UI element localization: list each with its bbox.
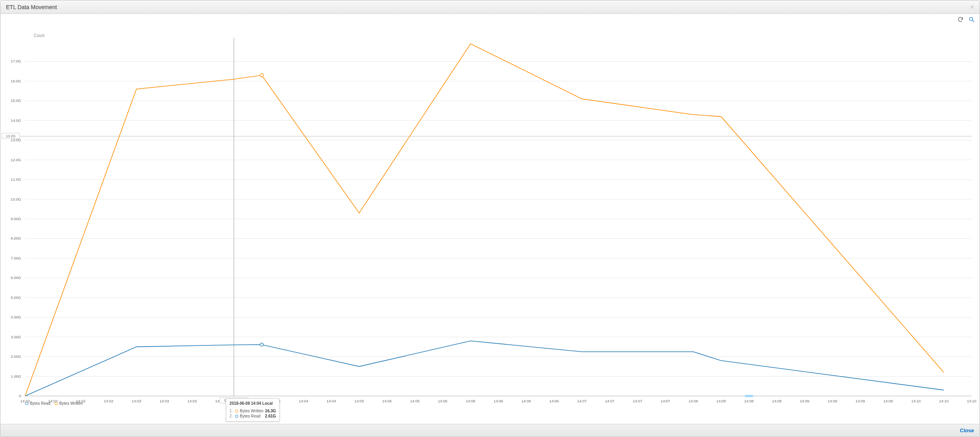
svg-text:8.00G: 8.00G bbox=[11, 236, 21, 240]
legend-item[interactable]: Bytes Written bbox=[55, 401, 83, 406]
svg-text:10.0G: 10.0G bbox=[11, 197, 21, 201]
modal-dialog: ETL Data Movement × 01.00G2.00G3.00G4.00… bbox=[0, 0, 980, 437]
svg-text:14:08: 14:08 bbox=[744, 399, 754, 403]
svg-text:14:07: 14:07 bbox=[577, 399, 587, 403]
legend-swatch bbox=[55, 402, 58, 405]
svg-text:15.0G: 15.0G bbox=[11, 98, 21, 103]
svg-text:14:07: 14:07 bbox=[633, 399, 643, 403]
svg-text:5.00G: 5.00G bbox=[11, 295, 21, 300]
svg-text:14:10: 14:10 bbox=[939, 399, 949, 403]
svg-text:14:06: 14:06 bbox=[521, 399, 531, 403]
svg-text:14:02: 14:02 bbox=[104, 399, 114, 403]
tooltip-row: 2.Bytes Read2.61G bbox=[229, 414, 276, 419]
svg-point-82 bbox=[260, 343, 263, 346]
svg-text:14:05: 14:05 bbox=[382, 399, 392, 403]
legend-swatch bbox=[25, 402, 28, 405]
svg-text:14:10: 14:10 bbox=[967, 399, 976, 403]
svg-rect-43 bbox=[745, 395, 753, 397]
svg-text:14:07: 14:07 bbox=[605, 399, 615, 403]
tooltip-swatch bbox=[235, 415, 238, 418]
svg-text:9.00G: 9.00G bbox=[11, 217, 21, 221]
svg-text:14:09: 14:09 bbox=[800, 399, 809, 403]
modal-footer: Close bbox=[0, 424, 980, 437]
svg-text:14:03: 14:03 bbox=[160, 399, 169, 403]
svg-point-83 bbox=[260, 74, 263, 77]
svg-text:14:06: 14:06 bbox=[494, 399, 503, 403]
svg-text:14:04: 14:04 bbox=[327, 399, 336, 403]
tooltip-swatch bbox=[235, 410, 238, 413]
svg-text:16.0G: 16.0G bbox=[11, 79, 21, 83]
svg-text:14:06: 14:06 bbox=[466, 399, 475, 403]
svg-text:14:03: 14:03 bbox=[187, 399, 197, 403]
tooltip-series-value: 2.61G bbox=[265, 414, 276, 418]
svg-text:14:08: 14:08 bbox=[716, 399, 726, 403]
svg-text:14:05: 14:05 bbox=[438, 399, 447, 403]
modal-body: 01.00G2.00G3.00G4.00G5.00G6.00G7.00G8.00… bbox=[0, 14, 980, 424]
svg-text:Count: Count bbox=[34, 33, 45, 38]
svg-text:3.00G: 3.00G bbox=[11, 335, 21, 339]
svg-text:12.0G: 12.0G bbox=[11, 158, 21, 162]
chart-svg[interactable]: 01.00G2.00G3.00G4.00G5.00G6.00G7.00G8.00… bbox=[0, 14, 980, 424]
svg-text:14:09: 14:09 bbox=[856, 399, 865, 403]
legend-label: Bytes Read bbox=[30, 401, 51, 406]
svg-text:11.0G: 11.0G bbox=[11, 177, 21, 181]
tooltip: 2018-06-08 14:04 Local 1.Bytes Written16… bbox=[226, 398, 280, 421]
svg-text:1.00G: 1.00G bbox=[11, 374, 21, 378]
legend-label: Bytes Written bbox=[59, 401, 83, 406]
svg-text:14.0G: 14.0G bbox=[11, 118, 21, 123]
tooltip-row: 1.Bytes Written16.3G bbox=[229, 408, 276, 414]
svg-text:14:07: 14:07 bbox=[661, 399, 670, 403]
svg-text:14:08: 14:08 bbox=[688, 399, 698, 403]
svg-text:14:06: 14:06 bbox=[549, 399, 559, 403]
svg-text:4.00G: 4.00G bbox=[11, 315, 21, 319]
tooltip-series-name: Bytes Read bbox=[240, 414, 263, 418]
svg-text:14:10: 14:10 bbox=[911, 399, 921, 403]
tooltip-title: 2018-06-08 14:04 Local bbox=[229, 401, 276, 407]
tooltip-idx: 1. bbox=[229, 409, 233, 413]
modal-header: ETL Data Movement × bbox=[0, 0, 980, 14]
close-icon[interactable]: × bbox=[970, 4, 974, 11]
svg-text:17.0G: 17.0G bbox=[11, 59, 21, 63]
svg-text:0: 0 bbox=[19, 394, 21, 398]
legend-item[interactable]: Bytes Read bbox=[25, 401, 51, 406]
tooltip-series-value: 16.3G bbox=[265, 409, 276, 413]
svg-text:14:09: 14:09 bbox=[884, 399, 893, 403]
tooltip-idx: 2. bbox=[229, 414, 233, 418]
svg-text:14:03: 14:03 bbox=[132, 399, 141, 403]
svg-text:14:05: 14:05 bbox=[410, 399, 419, 403]
tooltip-series-name: Bytes Written bbox=[240, 409, 263, 413]
close-button[interactable]: Close bbox=[960, 427, 974, 433]
svg-text:13.2G: 13.2G bbox=[6, 134, 16, 138]
svg-text:2.00G: 2.00G bbox=[11, 354, 21, 359]
svg-text:14:08: 14:08 bbox=[772, 399, 782, 403]
svg-text:14:05: 14:05 bbox=[355, 399, 364, 403]
svg-text:14:04: 14:04 bbox=[299, 399, 308, 403]
svg-text:6.00G: 6.00G bbox=[11, 275, 21, 280]
svg-text:7.00G: 7.00G bbox=[11, 256, 21, 260]
svg-text:14:09: 14:09 bbox=[828, 399, 837, 403]
legend: Bytes ReadBytes Written bbox=[25, 401, 83, 406]
modal-title: ETL Data Movement bbox=[6, 4, 970, 10]
chart-area[interactable]: 01.00G2.00G3.00G4.00G5.00G6.00G7.00G8.00… bbox=[0, 14, 980, 424]
